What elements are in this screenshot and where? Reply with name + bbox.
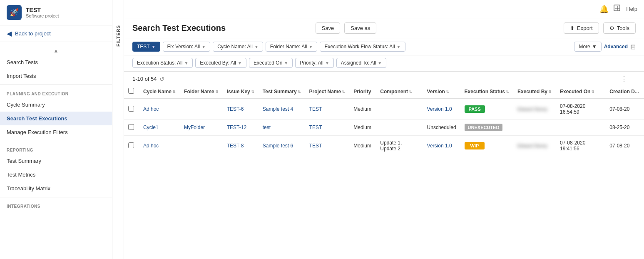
sidebar: 🚀 TEST Software project ◀ Back to projec… [0,0,112,259]
sidebar-collapse-button[interactable]: ▲ [0,46,112,55]
notification-bell-icon[interactable]: 🔔 [599,5,609,14]
cycle-name-filter[interactable]: Cycle Name: All ▼ [213,42,263,52]
col-issue-key[interactable]: Issue Key⇅ [223,85,259,99]
sidebar-item-search-tests[interactable]: Search Tests [0,55,112,69]
tools-button[interactable]: ⚙ Tools [603,22,636,34]
priority-arrow: ▼ [325,61,329,65]
filters-toggle-label: FILTERS [116,25,121,47]
refresh-icon[interactable]: ↺ [159,76,164,82]
col-project-name[interactable]: Project Name⇅ [305,85,350,99]
columns-icon[interactable]: ⊟ [630,43,636,51]
col-cycle-name[interactable]: Cycle Name⇅ [139,85,180,99]
sidebar-item-search-test-executions[interactable]: Search Test Executions [0,112,112,125]
row1-executed-by: Edward Storey [513,99,556,120]
sidebar-item-test-summary[interactable]: Test Summary [0,154,112,168]
row1-test-summary: Sample test 4 [259,99,305,120]
filter-bar-row1: TEST ▼ Fix Version: All ▼ Cycle Name: Al… [124,38,644,55]
save-button[interactable]: Save [316,22,341,34]
row2-folder-name: MyFolder [180,120,223,136]
row1-checkbox-cell [124,99,139,120]
priority-label: Priority: All [300,60,323,66]
execution-status-label: Execution Status: All [137,60,182,66]
table-row: Ad hoc TEST-6 Sample test 4 TEST Medium … [124,99,644,120]
export-button[interactable]: ⬆ Export [564,22,599,34]
assigned-to-filter[interactable]: Assigned To: All ▼ [336,58,386,68]
export-icon: ⬆ [570,25,574,31]
reporting-section-label: REPORTING [0,143,112,154]
test-metrics-label: Test Metrics [7,172,35,178]
more-arrow: ▼ [592,44,597,50]
row3-issue-key: TEST-8 [223,136,259,156]
folder-name-filter[interactable]: Folder Name: All ▼ [266,42,318,52]
row1-issue-key: TEST-6 [223,99,259,120]
col-folder-name[interactable]: Folder Name⇅ [180,85,223,99]
row1-executed-by-blurred: Edward Storey [517,107,547,112]
divider-2 [0,85,112,85]
advanced-filter-button[interactable]: Advanced [604,44,628,50]
executed-by-filter[interactable]: Executed By: All ▼ [195,58,246,68]
priority-filter[interactable]: Priority: All ▼ [295,58,334,68]
table-row: Ad hoc TEST-8 Sample test 6 TEST Medium … [124,136,644,156]
row1-project-name: TEST [305,99,350,120]
sidebar-item-test-metrics[interactable]: Test Metrics [0,168,112,182]
content-header: Search Test Executions Save Save as ⬆ Ex… [124,18,644,38]
table-options-icon[interactable]: ⋮ [621,75,636,83]
project-filter-label: TEST [137,44,150,50]
row1-folder-name [180,99,223,120]
col-execution-status[interactable]: Execution Status⇅ [460,85,513,99]
row1-checkbox[interactable] [128,106,134,112]
divider-1 [0,44,112,44]
assigned-to-arrow: ▼ [378,61,382,65]
project-filter[interactable]: TEST ▼ [132,42,160,52]
row3-creation-date: 07-08-20 [605,136,644,156]
col-component[interactable]: Component⇅ [376,85,423,99]
sidebar-item-traceability-matrix[interactable]: Traceability Matrix [0,182,112,195]
execution-workflow-label: Execution Work Flow Status: All [324,44,395,50]
row1-creation-date: 07-08-20 [605,99,644,120]
unexecuted-badge: UNEXECUTED [465,124,503,131]
execution-status-arrow: ▼ [184,61,188,65]
fix-version-filter[interactable]: Fix Version: All ▼ [163,42,211,52]
integrations-section-label: INTEGRATIONS [0,199,112,210]
table-count-text: 1-10 of 54 [132,76,157,82]
sidebar-logo: 🚀 [7,5,22,20]
col-creation-date[interactable]: Creation D... [605,85,644,99]
sidebar-item-import-tests[interactable]: Import Tests [0,69,112,83]
table-row: Cycle1 MyFolder TEST-12 test TEST Medium… [124,120,644,136]
executed-by-label: Executed By: All [200,60,236,66]
save-as-button[interactable]: Save as [344,22,376,34]
col-version[interactable]: Version⇅ [423,85,460,99]
filters-toggle-panel[interactable]: FILTERS [112,0,124,259]
table-body: Ad hoc TEST-6 Sample test 4 TEST Medium … [124,99,644,156]
svg-rect-0 [614,5,620,11]
back-to-project-button[interactable]: ◀ Back to project [0,25,112,42]
row2-checkbox[interactable] [128,124,134,130]
traceability-matrix-label: Traceability Matrix [7,185,50,192]
edit-icon[interactable] [614,5,621,14]
sidebar-item-cycle-summary[interactable]: Cycle Summary [0,98,112,112]
col-executed-by[interactable]: Executed By⇅ [513,85,556,99]
project-name: TEST [26,7,59,13]
sidebar-header: 🚀 TEST Software project [0,0,112,25]
col-executed-on[interactable]: Executed On⇅ [556,85,605,99]
divider-3 [0,141,112,141]
test-summary-label: Test Summary [7,158,41,164]
col-priority[interactable]: Priority [349,85,376,99]
execution-status-filter[interactable]: Execution Status: All ▼ [132,58,193,68]
execution-workflow-filter[interactable]: Execution Work Flow Status: All ▼ [320,42,405,52]
row2-test-summary: test [259,120,305,136]
row3-executed-on: 07-08-2020 19:41:56 [556,136,605,156]
col-test-summary[interactable]: Test Summary⇅ [259,85,305,99]
row3-cycle-name: Ad hoc [139,136,180,156]
page-title: Search Test Executions [132,23,311,33]
help-label[interactable]: Help [626,6,637,12]
row2-creation-date: 08-25-20 [605,120,644,136]
executed-on-arrow: ▼ [284,61,288,65]
more-filter-button[interactable]: More ▼ [574,42,601,52]
executed-on-filter[interactable]: Executed On ▼ [249,58,293,68]
row3-checkbox[interactable] [128,142,134,148]
select-all-checkbox[interactable] [128,88,134,94]
sidebar-item-manage-execution-filters[interactable]: Manage Execution Filters [0,125,112,139]
row3-version: Version 1.0 [423,136,460,156]
row2-version: Unscheduled [423,120,460,136]
